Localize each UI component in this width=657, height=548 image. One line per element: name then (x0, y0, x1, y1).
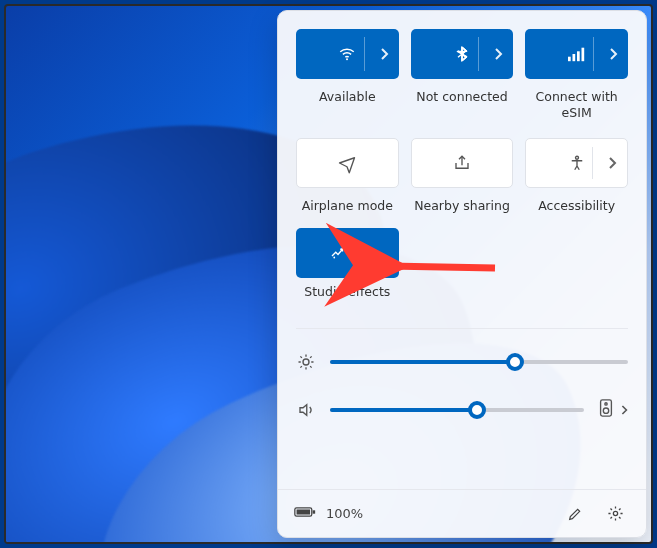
studio-effects-tile[interactable] (296, 228, 399, 278)
chevron-right-icon[interactable] (607, 157, 617, 169)
audio-output-icon[interactable] (598, 399, 614, 421)
accessibility-tile[interactable] (525, 138, 628, 188)
nearby-label: Nearby sharing (411, 192, 514, 228)
svg-rect-1 (568, 57, 571, 62)
svg-point-0 (346, 58, 348, 60)
svg-point-6 (334, 256, 336, 258)
wifi-icon (338, 45, 356, 63)
svg-rect-14 (297, 509, 311, 514)
svg-rect-3 (577, 51, 580, 61)
cellular-tile[interactable] (525, 29, 628, 79)
chevron-right-icon[interactable] (620, 400, 628, 419)
svg-point-15 (613, 511, 617, 515)
bluetooth-label: Not connected (411, 83, 514, 134)
accessibility-icon (568, 154, 586, 172)
bluetooth-icon (454, 45, 470, 63)
volume-slider[interactable] (296, 399, 628, 421)
quick-settings-panel: Available Not connected Connect with eSI… (277, 10, 647, 538)
svg-rect-2 (572, 54, 575, 61)
signal-bars-icon (568, 46, 586, 62)
battery-icon[interactable] (294, 505, 316, 522)
chevron-right-icon[interactable] (493, 48, 503, 60)
bluetooth-tile[interactable] (411, 29, 514, 79)
svg-point-10 (603, 408, 608, 413)
share-icon (453, 154, 471, 172)
cellular-label: Connect with eSIM (525, 83, 628, 134)
wifi-label: Available (296, 83, 399, 134)
brightness-icon (296, 353, 316, 371)
wifi-tile[interactable] (296, 29, 399, 79)
volume-icon (296, 401, 316, 419)
svg-point-11 (605, 402, 607, 404)
accessibility-label: Accessibility (525, 192, 628, 228)
svg-point-5 (575, 157, 578, 160)
airplane-mode-tile[interactable] (296, 138, 399, 188)
battery-text: 100% (326, 506, 363, 521)
nearby-sharing-tile[interactable] (411, 138, 514, 188)
chevron-right-icon[interactable] (379, 48, 389, 60)
settings-button[interactable] (600, 499, 630, 529)
svg-rect-4 (581, 48, 584, 62)
svg-rect-13 (313, 510, 316, 513)
studio-effects-label: Studio effects (296, 278, 399, 314)
airplane-icon (338, 154, 356, 172)
brightness-slider[interactable] (296, 353, 628, 371)
svg-point-8 (303, 359, 309, 365)
airplane-label: Airplane mode (296, 192, 399, 228)
quick-settings-footer: 100% (278, 489, 646, 537)
studio-effects-icon (329, 244, 347, 262)
chevron-right-icon[interactable] (608, 48, 618, 60)
chevron-right-icon[interactable] (355, 241, 365, 253)
svg-point-7 (342, 247, 344, 249)
edit-quick-settings-button[interactable] (560, 499, 590, 529)
